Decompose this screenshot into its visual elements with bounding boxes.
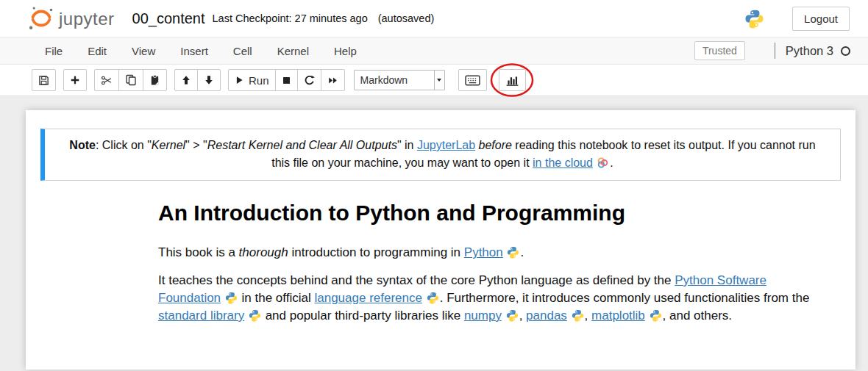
menubar: File Edit View Insert Cell Kernel Help T… — [0, 37, 868, 65]
run-icon — [235, 75, 244, 85]
italic-text: thorough — [239, 245, 288, 259]
link-in-the-cloud[interactable]: in the cloud — [533, 156, 593, 169]
link-language-reference[interactable]: language reference — [314, 291, 422, 305]
checkpoint-status: Last Checkpoint: 27 minutes ago — [213, 12, 368, 24]
trusted-badge[interactable]: Trusted — [694, 41, 745, 60]
notebook-title[interactable]: 00_content — [132, 10, 205, 27]
bold-text: Note — [69, 139, 96, 151]
cut-icon — [101, 75, 113, 86]
paragraph-details: It teaches the concepts behind and the s… — [158, 272, 822, 325]
python-logo-icon — [225, 292, 238, 304]
logout-button[interactable]: Logout — [792, 7, 850, 31]
kernel-divider — [775, 43, 775, 59]
link-standard-library[interactable]: standard library — [158, 309, 244, 323]
jupyter-logo-icon — [28, 5, 54, 32]
menu-insert[interactable]: Insert — [168, 45, 221, 57]
restart-kernel-button[interactable] — [297, 69, 321, 91]
menu-kernel[interactable]: Kernel — [265, 45, 321, 57]
link-python-software-foundation[interactable]: Python Software Foundation — [158, 273, 766, 305]
cell-type-dropdown[interactable]: Markdown — [354, 70, 445, 90]
move-cell-up-button[interactable] — [174, 69, 198, 91]
paste-icon — [149, 74, 160, 86]
header: jupyter 00_content Last Checkpoint: 27 m… — [0, 0, 868, 37]
move-cell-down-button[interactable] — [197, 69, 221, 91]
move-up-icon — [181, 75, 191, 85]
cut-cell-button[interactable] — [94, 69, 119, 91]
link-python[interactable]: Python — [464, 245, 503, 259]
python-logo-icon — [572, 309, 584, 322]
kernel-name: Python 3 — [786, 44, 833, 58]
notebook-area: Note: Click on "Kernel" > "Restart Kerne… — [0, 96, 868, 370]
page-title: An Introduction to Python and Programmin… — [158, 204, 822, 222]
link-pandas[interactable]: pandas — [526, 309, 567, 323]
link-matplotlib[interactable]: matplotlib — [591, 309, 645, 323]
binder-icon — [597, 156, 609, 169]
stop-icon — [282, 76, 291, 85]
python-logo-icon — [506, 309, 519, 322]
cell-type-value: Markdown — [355, 74, 434, 86]
notebook-page: Note: Click on "Kernel" > "Restart Kerne… — [26, 110, 855, 370]
copy-cell-button[interactable] — [118, 69, 143, 91]
menu-edit[interactable]: Edit — [75, 45, 119, 57]
python-logo-icon — [744, 9, 764, 29]
italic-text: Restart Kernel and Clear All Outputs — [207, 139, 397, 151]
open-chart-icon — [505, 75, 519, 86]
restart-run-all-icon — [327, 76, 338, 85]
italic-text: Kernel — [152, 139, 185, 151]
paragraph-intro: This book is a thorough introduction to … — [158, 244, 822, 262]
python-logo-icon — [249, 309, 261, 322]
move-down-icon — [204, 75, 214, 85]
kernel-idle-icon — [841, 46, 850, 56]
python-logo-icon — [427, 292, 439, 304]
italic-text: before — [479, 139, 512, 151]
save-button[interactable] — [32, 69, 56, 91]
menu-view[interactable]: View — [119, 45, 168, 57]
jupyter-logo-text: jupyter — [59, 9, 115, 29]
link-numpy[interactable]: numpy — [464, 309, 502, 323]
autosave-status: (autosaved) — [378, 12, 435, 24]
chevron-down-icon — [434, 71, 444, 90]
open-chart-button[interactable] — [499, 69, 526, 91]
menu-cell[interactable]: Cell — [221, 45, 265, 57]
paste-cell-button[interactable] — [143, 69, 167, 91]
python-logo-icon — [507, 246, 519, 259]
interrupt-kernel-button[interactable] — [275, 69, 298, 91]
markdown-cell: An Introduction to Python and Programmin… — [158, 204, 822, 325]
jupyter-logo[interactable]: jupyter — [28, 5, 115, 32]
note-callout: Note: Click on "Kernel" > "Restart Kerne… — [40, 129, 841, 181]
menu-help[interactable]: Help — [321, 45, 369, 57]
add-cell-button[interactable] — [63, 69, 87, 91]
python-logo-icon — [650, 309, 662, 322]
toolbar: Run Markdown — [0, 65, 868, 96]
restart-run-all-button[interactable] — [321, 69, 345, 91]
restart-kernel-icon — [304, 75, 315, 86]
run-button[interactable]: Run — [228, 69, 276, 91]
command-palette-icon — [465, 75, 480, 86]
command-palette-button[interactable] — [458, 69, 487, 91]
link-jupyterlab[interactable]: JupyterLab — [417, 139, 475, 151]
menu-file[interactable]: File — [32, 45, 75, 57]
save-icon — [38, 75, 49, 86]
run-label: Run — [249, 74, 269, 87]
copy-icon — [125, 74, 137, 86]
add-cell-icon — [70, 75, 80, 85]
